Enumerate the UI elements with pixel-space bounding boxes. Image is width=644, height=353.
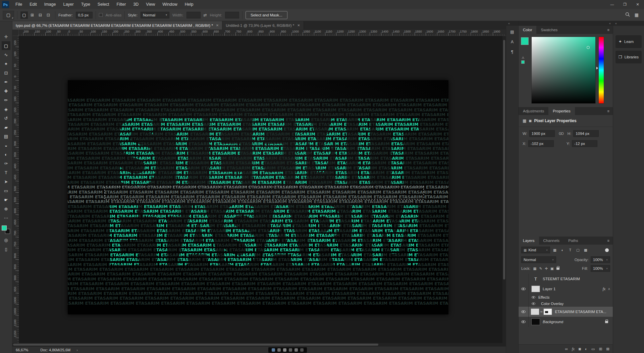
layer-thumbnail[interactable]: [531, 318, 540, 325]
visibility-toggle[interactable]: [519, 300, 529, 307]
tab-color[interactable]: Color: [519, 26, 536, 34]
delete-layer-icon[interactable]: ⊠: [606, 347, 609, 351]
current-color-swatch[interactable]: [521, 37, 529, 45]
layer-row-etasarim[interactable]: ∞ ETASARIM ETASARIM ETA...: [519, 307, 613, 317]
panel-menu-icon[interactable]: ≡: [607, 239, 613, 243]
lock-image-pixels-icon[interactable]: ✎: [539, 266, 542, 270]
tool-preset-button[interactable]: ▢: [3, 11, 14, 19]
new-group-icon[interactable]: ▭: [591, 347, 595, 351]
visibility-toggle[interactable]: [519, 317, 529, 327]
minimize-button[interactable]: —: [606, 0, 619, 9]
tab-swatches[interactable]: Swatches: [536, 26, 562, 34]
collapse-panels-icon[interactable]: «: [506, 21, 518, 26]
quick-mask-icon[interactable]: ◎: [2, 236, 10, 244]
document-tab-typo[interactable]: typo.psd @ 66,7% (ETASARIM ETASARIM ETAS…: [12, 21, 222, 30]
tab-channels[interactable]: Channels: [539, 237, 564, 245]
layer-filter-toggle[interactable]: [605, 248, 609, 252]
color-picker-marker[interactable]: [587, 46, 590, 49]
fill-select[interactable]: 100% ˅: [591, 265, 610, 272]
width-property-input[interactable]: 1900 px: [529, 130, 555, 137]
collapse-dock-icon[interactable]: «: [519, 21, 613, 26]
close-tab-icon[interactable]: ✕: [297, 23, 300, 27]
filter-smart-objects-icon[interactable]: ▩: [583, 247, 589, 253]
layer-mask-thumbnail[interactable]: [543, 308, 552, 315]
feather-input[interactable]: 0,5 px: [76, 12, 93, 18]
taskbar-app-icon[interactable]: [272, 348, 275, 352]
menu-file[interactable]: File: [12, 0, 26, 9]
y-property-input[interactable]: -12 px: [572, 140, 597, 147]
close-button[interactable]: ✕: [631, 0, 644, 9]
path-selection-tool[interactable]: ➤: [2, 177, 10, 186]
layer-thumbnail[interactable]: [531, 308, 539, 315]
tab-paths[interactable]: Paths: [564, 237, 582, 245]
gradient-tool[interactable]: ▤: [2, 132, 10, 141]
filter-adjustment-layers-icon[interactable]: ◐: [559, 247, 566, 253]
panel-menu-icon[interactable]: ≡: [607, 109, 613, 113]
eraser-tool[interactable]: ▰: [2, 123, 10, 132]
taskbar-app-icon[interactable]: [300, 348, 304, 352]
menu-type[interactable]: Type: [77, 0, 94, 9]
add-adjustment-layer-icon[interactable]: ◐: [585, 347, 587, 351]
horizontal-scrollbar[interactable]: [12, 343, 506, 346]
height-input[interactable]: [225, 12, 239, 18]
lock-all-icon[interactable]: [556, 267, 559, 270]
eyedropper-tool[interactable]: ✒: [2, 78, 10, 86]
filter-shape-layers-icon[interactable]: ▢: [575, 247, 581, 253]
tab-properties[interactable]: Properties: [548, 107, 575, 115]
taskbar-app-icon[interactable]: [289, 348, 292, 352]
rectangle-tool[interactable]: ▭: [2, 186, 10, 195]
new-layer-icon[interactable]: ⊞: [599, 347, 602, 351]
tab-adjustments[interactable]: Adjustments: [519, 107, 548, 115]
taskbar-app-icon[interactable]: [277, 348, 281, 352]
new-selection-mode-icon[interactable]: ▢: [20, 11, 28, 19]
visibility-toggle[interactable]: [519, 284, 529, 294]
layer-effects-fx-icon[interactable]: fx: [603, 287, 605, 291]
menu-view[interactable]: View: [142, 0, 159, 9]
intersect-selection-mode-icon[interactable]: ⊡: [45, 11, 52, 19]
clone-stamp-tool[interactable]: ◈: [2, 105, 10, 113]
opacity-select[interactable]: 100% ˅: [591, 256, 610, 263]
saturation-brightness-field[interactable]: [531, 37, 596, 104]
horizontal-ruler[interactable]: 2001501005005010015020025030035040045050…: [19, 30, 506, 36]
document[interactable]: STEEMITETASARIMETASARIM ETASARIM ETASARI…: [68, 80, 448, 314]
height-property-input[interactable]: 1094 px: [573, 130, 599, 137]
foreground-color-swatch[interactable]: [2, 225, 7, 231]
panel-stack-icon[interactable]: ▤: [508, 28, 516, 36]
menu-layer[interactable]: Layer: [59, 0, 77, 9]
layer-row-steemit-etasarim[interactable]: T STEEMIT ETASARIM: [519, 274, 613, 284]
spot-healing-brush-tool[interactable]: ✚: [2, 87, 10, 95]
dodge-tool[interactable]: ◐: [2, 150, 10, 159]
lock-position-icon[interactable]: ✛: [545, 266, 548, 270]
visibility-toggle[interactable]: [519, 274, 529, 284]
panel-menu-icon[interactable]: ≡: [607, 28, 613, 32]
pen-tool[interactable]: ✑: [2, 159, 10, 168]
visibility-toggle[interactable]: [519, 307, 529, 317]
menu-help[interactable]: Help: [181, 0, 197, 9]
layer-filter-kind-select[interactable]: ▦ Kind ˅: [521, 247, 550, 253]
menu-window[interactable]: Window: [159, 0, 181, 9]
visibility-toggle[interactable]: [519, 294, 529, 300]
menu-select[interactable]: Select: [94, 0, 113, 9]
layer-thumbnail[interactable]: [531, 286, 540, 292]
zoom-level[interactable]: 66,67%: [12, 348, 32, 352]
vertical-scrollbar[interactable]: [502, 36, 506, 343]
ruler-origin-corner[interactable]: [12, 30, 19, 36]
more-tools-tool[interactable]: ⋯: [2, 213, 10, 222]
screen-mode-icon[interactable]: ▯: [2, 245, 10, 253]
subtract-selection-mode-icon[interactable]: ⊟: [37, 11, 44, 19]
width-input[interactable]: [186, 12, 201, 18]
filter-pixel-layers-icon[interactable]: ▦: [552, 247, 558, 253]
libraries-panel-button[interactable]: ❒ Libraries: [615, 51, 642, 63]
effects-row[interactable]: Effects: [519, 294, 613, 300]
menu-edit[interactable]: Edit: [26, 0, 41, 9]
horizontal-scrollbar-thumb[interactable]: [13, 344, 378, 346]
collapse-dock-icon[interactable]: «: [613, 21, 644, 26]
learn-panel-button[interactable]: ✦ Learn: [615, 35, 642, 48]
vertical-scrollbar-thumb[interactable]: [503, 40, 505, 280]
hue-slider-marker[interactable]: [596, 67, 598, 69]
maximize-button[interactable]: ❐: [619, 0, 631, 9]
close-tab-icon[interactable]: ✕: [216, 23, 219, 27]
anti-alias-checkbox[interactable]: [99, 13, 103, 17]
blur-tool[interactable]: ◒: [2, 141, 10, 150]
lock-transparent-pixels-icon[interactable]: ▦: [533, 266, 537, 270]
